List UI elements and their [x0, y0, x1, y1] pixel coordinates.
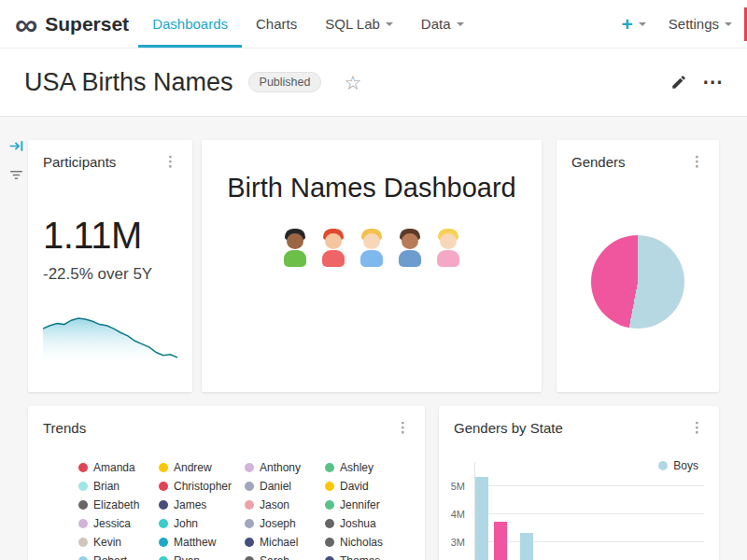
new-button[interactable]: +	[622, 14, 646, 34]
legend-item-elizabeth[interactable]: Elizabeth	[78, 499, 159, 511]
nav-data[interactable]: Data	[407, 0, 478, 48]
gridline	[475, 485, 704, 486]
nav-data-label: Data	[421, 16, 451, 32]
header-actions: ⋯	[670, 72, 723, 92]
genders-pie[interactable]	[591, 235, 684, 329]
nav-dashboards[interactable]: Dashboards	[138, 0, 242, 48]
filter-icon	[8, 167, 24, 183]
legend-dot	[78, 500, 88, 510]
chart-title: Genders	[571, 154, 626, 170]
legend-item-matthew[interactable]: Matthew	[159, 537, 245, 548]
legend-dot	[159, 500, 168, 510]
legend-item-jennifer[interactable]: Jennifer	[325, 499, 415, 511]
legend-label: David	[340, 480, 369, 493]
plus-icon: +	[622, 14, 633, 34]
legend-label: Joseph	[260, 517, 296, 530]
legend-item-kevin[interactable]: Kevin	[78, 537, 159, 548]
legend-item-jessica[interactable]: Jessica	[78, 518, 159, 529]
legend-item-anthony[interactable]: Anthony	[245, 462, 325, 473]
chart-menu-button[interactable]: ⋮	[160, 154, 181, 168]
legend-item-amanda[interactable]: Amanda	[78, 462, 159, 473]
legend-dot	[325, 500, 334, 510]
legend-item-sarah[interactable]: Sarah	[245, 555, 325, 560]
big-number-value: 1.11M	[43, 215, 142, 257]
gridline	[475, 541, 704, 542]
settings-menu[interactable]: Settings	[669, 16, 732, 32]
nav-dashboards-label: Dashboards	[152, 16, 228, 32]
legend-label: Ashley	[340, 461, 374, 474]
markdown-header-card: Birth Names Dashboard	[202, 140, 542, 392]
legend-label: Jason	[260, 498, 289, 511]
caret-down-icon	[386, 22, 393, 26]
chart-title: Genders by State	[454, 420, 563, 436]
chart-menu-button[interactable]: ⋮	[392, 420, 414, 434]
chart-card-genders: Genders ⋮	[557, 140, 719, 392]
nav-sql-lab[interactable]: SQL Lab	[311, 0, 407, 48]
legend-item-joshua[interactable]: Joshua	[325, 518, 415, 529]
expand-filter-bar-button[interactable]	[8, 138, 24, 155]
edit-dashboard-button[interactable]	[670, 74, 687, 91]
nav-charts[interactable]: Charts	[242, 0, 311, 48]
legend-label: Anthony	[260, 461, 301, 474]
legend-label: Kevin	[93, 536, 121, 549]
chart-menu-button[interactable]: ⋮	[686, 154, 708, 168]
arrow-to-bar-icon	[8, 138, 24, 154]
legend-label: Nicholas	[340, 536, 383, 549]
legend-label: Thomas	[340, 554, 380, 560]
legend-label: Ryan	[174, 554, 200, 560]
chart-card-participants: Participants ⋮ 1.11M -22.5% over 5Y	[28, 140, 192, 392]
legend-item-david[interactable]: David	[325, 481, 415, 492]
legend-dot	[245, 500, 254, 510]
navbar: ∞ Superset Dashboards Charts SQL Lab Dat…	[0, 0, 747, 49]
legend-label: James	[174, 498, 206, 511]
bar-boys-NY[interactable]	[520, 533, 533, 560]
chart-card-trends: Trends ⋮ AmandaAndrewAnthonyAshleyBrianC…	[28, 406, 425, 560]
legend-label: Sarah	[260, 554, 289, 560]
legend-item-robert[interactable]: Robert	[78, 555, 159, 560]
navbar-right: + Settings	[622, 0, 732, 48]
legend-dot	[325, 538, 334, 547]
legend-label: John	[174, 517, 198, 530]
legend-dot	[78, 556, 88, 560]
gbs-plot	[474, 462, 704, 560]
caret-down-icon	[457, 22, 464, 26]
legend-label: Amanda	[93, 461, 135, 474]
more-actions-button[interactable]: ⋯	[702, 72, 723, 92]
legend-item-ashley[interactable]: Ashley	[325, 462, 415, 473]
legend-item-nicholas[interactable]: Nicholas	[325, 537, 415, 548]
legend-item-ryan[interactable]: Ryan	[159, 555, 245, 560]
bar-girls-CA[interactable]	[494, 522, 507, 560]
legend-item-thomas[interactable]: Thomas	[325, 555, 415, 560]
legend-item-john[interactable]: John	[159, 518, 245, 529]
chart-title: Trends	[43, 420, 86, 436]
legend-label: Christopher	[174, 480, 232, 493]
legend-label: Robert	[93, 554, 127, 560]
legend-label: Joshua	[340, 517, 376, 530]
legend-label: Jessica	[93, 517, 131, 530]
legend-item-joseph[interactable]: Joseph	[245, 518, 325, 529]
y-axis-label: 3M	[451, 537, 465, 548]
superset-logo[interactable]: ∞ Superset	[15, 0, 129, 48]
pencil-icon	[670, 74, 687, 91]
gridline	[475, 513, 704, 514]
legend-dot	[325, 482, 334, 491]
child-emoji	[318, 229, 348, 270]
legend-item-christopher[interactable]: Christopher	[159, 481, 245, 492]
favorite-star-icon[interactable]: ☆	[344, 73, 361, 92]
legend-item-brian[interactable]: Brian	[78, 481, 159, 492]
legend-item-james[interactable]: James	[159, 499, 245, 511]
legend-dot	[78, 519, 88, 528]
legend-dot	[245, 463, 254, 472]
legend-dot	[78, 463, 88, 472]
filter-list-button[interactable]	[8, 167, 24, 184]
legend-dot	[325, 556, 334, 560]
bar-boys-CA[interactable]	[475, 477, 488, 560]
legend-item-michael[interactable]: Michael	[245, 537, 325, 548]
published-badge[interactable]: Published	[248, 72, 322, 92]
legend-item-jason[interactable]: Jason	[245, 499, 325, 511]
infinity-logo-icon: ∞	[15, 8, 37, 40]
legend-item-daniel[interactable]: Daniel	[245, 481, 325, 492]
chart-menu-button[interactable]: ⋮	[686, 420, 708, 434]
chart-card-genders-by-state: Genders by State ⋮ Boys 5M4M3M2M1M	[439, 406, 719, 560]
legend-item-andrew[interactable]: Andrew	[159, 462, 245, 473]
